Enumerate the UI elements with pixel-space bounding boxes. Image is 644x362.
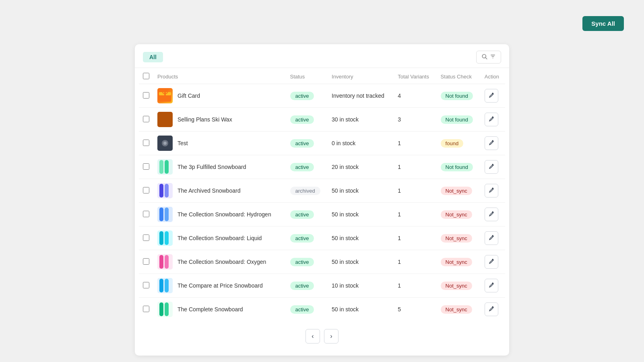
row-checkbox-8[interactable] [143,258,149,265]
page-wrapper: Sync All All [8,8,636,362]
inventory-value: 0 in stock [332,140,355,146]
status-badge: active [290,282,314,290]
status-badge: active [290,163,314,171]
edit-icon [488,140,495,147]
status-cell: archived [286,179,328,203]
status-badge: archived [290,187,320,195]
status-check-cell: Not found [437,108,481,132]
top-bar: All [135,44,509,68]
product-name: The Collection Snowboard: Hydrogen [178,211,271,218]
sync-all-button[interactable]: Sync All [582,16,624,31]
product-name: The 3p Fulfilled Snowboard [178,164,246,170]
row-checkbox-cell [139,132,153,155]
product-name-cell: The Archived Snowboard [153,179,286,203]
product-name: The Compare at Price Snowboard [178,282,263,289]
edit-button-1[interactable] [485,89,498,103]
action-cell [481,155,505,179]
row-checkbox-7[interactable] [143,234,149,241]
edit-button-8[interactable] [485,255,498,269]
product-thumbnail [157,278,173,293]
svg-rect-30 [159,231,163,245]
svg-rect-25 [165,208,169,221]
all-filter-button[interactable]: All [143,52,163,62]
edit-button-10[interactable] [485,302,498,316]
product-name-cell: The 3p Fulfilled Snowboard [153,155,286,179]
row-checkbox-3[interactable] [143,140,149,146]
svg-rect-42 [159,302,163,316]
row-checkbox-cell [139,274,153,298]
status-cell: active [286,226,328,250]
row-checkbox-6[interactable] [143,211,149,217]
product-name: Test [178,140,188,146]
next-page-button[interactable]: › [324,329,339,343]
row-checkbox-9[interactable] [143,282,149,288]
inventory-cell: 10 in stock [328,274,394,298]
select-all-checkbox[interactable] [143,73,149,79]
edit-button-4[interactable] [485,160,498,174]
prev-page-button[interactable]: ‹ [305,329,320,343]
product-thumbnail [157,302,173,317]
products-table: Products Status Inventory Total Variants… [139,68,505,321]
row-checkbox-4[interactable] [143,163,149,170]
action-cell [481,203,505,226]
edit-icon [488,234,495,242]
status-badge: active [290,305,314,314]
inventory-cell: 50 in stock [328,298,394,321]
product-name: The Collection Snowboard: Liquid [178,235,262,241]
table-row: The 3p Fulfilled Snowboard active 20 in … [139,155,505,179]
svg-rect-41 [165,302,169,316]
action-cell [481,298,505,321]
edit-button-3[interactable] [485,136,498,150]
status-check-cell: Not found [437,84,481,108]
header-total-variants: Total Variants [394,68,436,84]
edit-button-5[interactable] [485,184,498,197]
edit-button-6[interactable] [485,208,498,221]
product-name: The Archived Snowboard [178,187,240,194]
action-cell [481,226,505,250]
action-cell [481,179,505,203]
row-checkbox-cell [139,179,153,203]
status-check-cell: Not_sync [437,274,481,298]
status-badge: active [290,210,314,219]
svg-rect-21 [165,184,169,197]
header-checkbox-cell [139,68,153,84]
product-name: The Collection Snowboard: Oxygen [178,259,266,265]
total-variants-cell: 1 [394,274,436,298]
filter-icon [490,53,496,61]
edit-icon [488,163,495,171]
total-variants-value: 1 [398,211,401,218]
total-variants-cell: 5 [394,298,436,321]
action-cell [481,108,505,132]
inventory-cell: 0 in stock [328,132,394,155]
row-checkbox-5[interactable] [143,187,149,193]
status-badge: active [290,115,314,124]
status-check-badge: Not_sync [441,187,472,195]
product-name-cell: Gift Card [153,84,286,108]
status-cell: active [286,132,328,155]
inventory-cell: 50 in stock [328,179,394,203]
edit-button-2[interactable] [485,113,498,126]
search-filter-button[interactable] [476,51,501,64]
edit-icon [488,92,495,100]
status-check-cell: found [437,132,481,155]
action-cell [481,250,505,274]
products-table-container: Products Status Inventory Total Variants… [135,68,509,321]
row-checkbox-2[interactable] [143,116,149,122]
search-icon [481,53,487,61]
svg-rect-33 [165,255,169,269]
status-cell: active [286,108,328,132]
svg-rect-26 [159,208,163,221]
row-checkbox-10[interactable] [143,306,149,312]
inventory-cell: 50 in stock [328,203,394,226]
inventory-value: 50 in stock [332,259,359,265]
table-row: Selling Plans Ski Wax active 30 in stock… [139,108,505,132]
edit-button-9[interactable] [485,279,498,292]
status-cell: active [286,84,328,108]
inventory-value: 50 in stock [332,306,359,313]
svg-point-14 [163,142,167,145]
edit-button-7[interactable] [485,231,498,245]
total-variants-cell: 1 [394,226,436,250]
row-checkbox-1[interactable] [143,92,149,99]
total-variants-value: 4 [398,93,401,99]
status-check-badge: Not_sync [441,282,472,290]
